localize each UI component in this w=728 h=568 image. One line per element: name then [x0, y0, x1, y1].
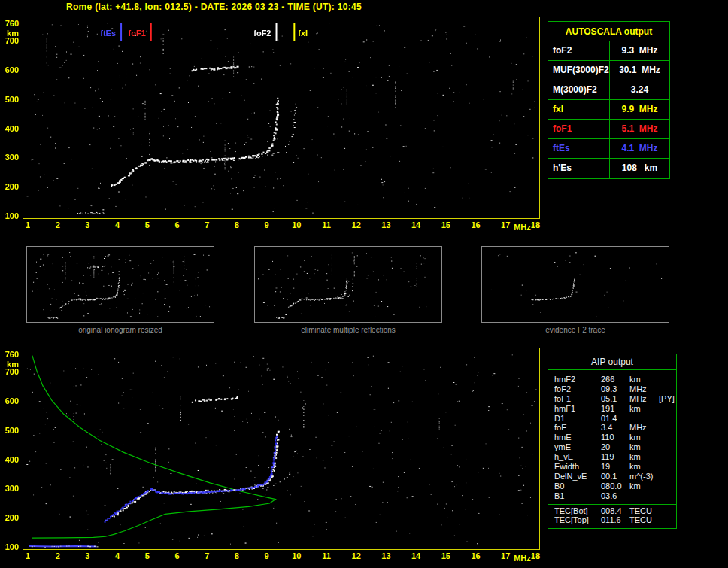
aip-param-value: 05.1	[601, 394, 629, 404]
autoscala-param-value: 3.24	[610, 80, 669, 99]
aip-param-note	[659, 506, 676, 516]
bottom-y-tick-760: 760	[0, 351, 19, 359]
top-y-tick-300: 300	[0, 153, 19, 162]
ionogram-plot-top	[23, 17, 540, 219]
aip-row-TEC[Top]: TEC[Top]011.6TECU	[554, 515, 676, 525]
aip-row-hmE: hmE110km	[554, 433, 676, 442]
autoscala-param-value: 9.3 MHz	[610, 41, 669, 60]
autoscala-rows: foF29.3 MHzMUF(3000)F230.1 MHzM(3000)F23…	[548, 41, 669, 178]
bottom-x-tick-7: 7	[198, 552, 216, 560]
aip-row-h_vE: h_vE119km	[554, 452, 676, 462]
aip-param-unit	[629, 414, 659, 424]
bottom-y-tick-700: 700	[0, 368, 19, 376]
aip-param-unit: MHz	[629, 394, 659, 404]
top-x-tick-13: 13	[377, 221, 395, 229]
aip-param-unit: km	[629, 375, 659, 384]
aip-param-value: 20	[601, 442, 629, 452]
top-x-tick-15: 15	[437, 221, 455, 229]
top-x-tick-6: 6	[168, 221, 187, 229]
top-x-tick-12: 12	[347, 221, 366, 229]
aip-row-hmF1: hmF1191km	[554, 404, 676, 414]
thumb-original-canvas	[26, 246, 214, 323]
autoscala-param-value: 9.9 MHz	[610, 100, 669, 119]
aip-param-label: hmF2	[554, 375, 601, 384]
aip-param-note	[659, 384, 676, 394]
bottom-x-tick-16: 16	[467, 552, 485, 560]
top-x-tick-3: 3	[78, 221, 96, 229]
bottom-x-tick-2: 2	[49, 552, 67, 560]
aip-param-value: 09.3	[601, 384, 629, 394]
aip-output-title: AIP output	[548, 354, 676, 370]
top-x-tick-9: 9	[258, 221, 276, 229]
bottom-y-tick-500: 500	[0, 427, 19, 435]
autoscala-output-title: AUTOSCALA output	[548, 22, 669, 41]
aip-param-unit: km	[629, 462, 659, 472]
bottom-x-tick-1: 1	[19, 552, 37, 560]
bottom-x-tick-13: 13	[377, 552, 395, 560]
aip-param-label: B1	[554, 491, 601, 501]
aip-param-note	[659, 433, 676, 442]
aip-tec-rows: TEC[Bot]008.4TECUTEC[Top]011.6TECU	[548, 505, 676, 526]
autoscala-row-ftEs: ftEs4.1 MHz	[548, 139, 669, 159]
marker-label-ftEs: ftEs	[92, 29, 116, 38]
thumb-eliminate-caption: eliminate multiple reflections	[254, 326, 442, 334]
autoscala-param-value: 30.1 MHz	[610, 61, 669, 80]
aip-param-value: 191	[601, 404, 629, 414]
aip-param-value: 01.4	[601, 414, 629, 424]
aip-param-note	[659, 442, 676, 452]
autoscala-output-panel: AUTOSCALA output foF29.3 MHzMUF(3000)F23…	[548, 21, 670, 179]
ionogram-canvas-top	[23, 17, 539, 218]
aip-row-foF2: foF209.3MHz	[554, 384, 676, 394]
marker-label-foF1: foF1	[122, 29, 146, 38]
thumb-f2-trace: evidence F2 trace	[481, 246, 669, 334]
autoscala-row-MUF(3000)F2: MUF(3000)F230.1 MHz	[548, 61, 669, 80]
aip-param-unit: m^(-3)	[629, 472, 659, 481]
top-x-tick-17: 17	[496, 221, 514, 229]
aip-param-note	[659, 375, 676, 384]
top-x-tick-5: 5	[138, 221, 156, 229]
aip-param-note	[659, 515, 676, 525]
top-x-tick-11: 11	[317, 221, 335, 229]
aip-param-note	[659, 423, 676, 433]
top-x-tick-7: 7	[198, 221, 216, 229]
top-y-tick-760: 760	[0, 20, 19, 28]
bottom-x-axis-unit: MHz	[514, 554, 531, 563]
autoscala-param-label: foF1	[548, 120, 610, 138]
aip-param-note	[659, 452, 676, 462]
autoscala-param-label: ftEs	[548, 139, 610, 158]
top-y-tick-100: 100	[0, 212, 19, 220]
aip-param-label: TEC[Top]	[554, 515, 601, 525]
aip-param-unit: km	[629, 404, 659, 414]
aip-param-unit: MHz	[629, 423, 659, 433]
top-y-tick-600: 600	[0, 66, 19, 74]
aip-param-value: 03.6	[601, 491, 629, 501]
aip-param-unit: km	[629, 481, 659, 491]
autoscala-row-h'Es: h'Es108 km	[548, 159, 669, 178]
top-y-tick-500: 500	[0, 96, 19, 104]
aip-param-value: 011.6	[601, 515, 629, 525]
bottom-x-tick-4: 4	[108, 552, 126, 560]
aip-param-unit: km	[629, 452, 659, 462]
bottom-x-tick-10: 10	[287, 552, 305, 560]
bottom-y-tick-100: 100	[0, 543, 19, 551]
aip-param-value: 110	[601, 433, 629, 442]
aip-row-ymE: ymE20km	[554, 442, 676, 452]
aip-param-label: Ewidth	[554, 462, 601, 472]
autoscala-param-value: 108 km	[610, 159, 669, 178]
aip-param-note	[659, 472, 676, 481]
aip-row-TEC[Bot]: TEC[Bot]008.4TECU	[554, 506, 676, 516]
aip-row-hmF2: hmF2266km	[554, 375, 676, 384]
bottom-y-tick-600: 600	[0, 397, 19, 405]
thumb-f2-caption: evidence F2 trace	[481, 326, 669, 334]
autoscala-row-fxI: fxI9.9 MHz	[548, 100, 669, 120]
bottom-x-tick-5: 5	[138, 552, 156, 560]
bottom-x-tick-6: 6	[168, 552, 187, 560]
aip-param-unit: km	[629, 433, 659, 442]
top-x-tick-14: 14	[407, 221, 425, 229]
marker-label-fxI: fxI	[298, 29, 308, 38]
aip-param-unit: TECU	[629, 515, 659, 525]
autoscala-param-label: M(3000)F2	[548, 80, 610, 99]
bottom-x-tick-3: 3	[78, 552, 96, 560]
aip-param-label: B0	[554, 481, 601, 491]
aip-param-label: DelN_vE	[554, 472, 601, 481]
